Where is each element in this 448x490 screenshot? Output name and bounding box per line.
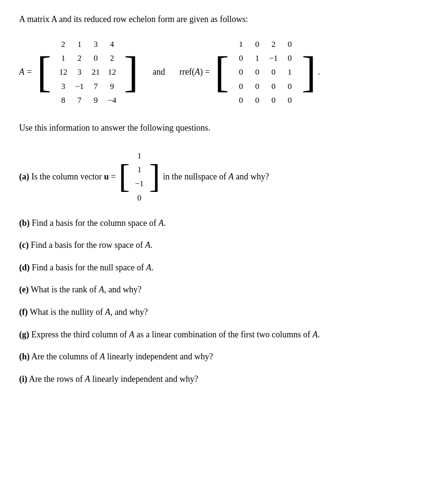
matrix-rref-cell: 1 [233, 38, 249, 51]
matrix-a-cell: 2 [71, 52, 87, 65]
question-d: (d) Find a basis for the null space of A… [19, 260, 429, 275]
matrix-rref-cell: 0 [265, 80, 282, 93]
matrix-rref-cell: 0 [233, 52, 249, 65]
matrix-rref-grid: 102001−10000100000000 [229, 36, 302, 109]
matrix-u-wrapper: [ 11−10 ] [119, 147, 160, 206]
use-info-text: Use this information to answer the follo… [19, 123, 429, 133]
question-e: (e) What is the rank of A, and why? [19, 282, 429, 297]
question-h: (h) Are the columns of A linearly indepe… [19, 349, 429, 364]
matrix-rref-cell: −1 [265, 52, 282, 65]
intro-text: A matrix A and its reduced row echelon f… [19, 14, 429, 24]
matrix-rref-cell: 2 [265, 38, 282, 51]
matrix-a-cell: 12 [55, 66, 71, 78]
bracket-left-u: [ [119, 160, 130, 193]
matrix-a-cell: −1 [71, 80, 87, 93]
matrix-a-cell: 7 [87, 80, 104, 93]
bracket-left-rref: [ [215, 51, 229, 94]
matrix-rref-wrapper: [ 102001−10000100000000 ] [215, 36, 316, 109]
matrix-a-cell: −4 [104, 94, 120, 107]
matrix-rref-cell: 1 [282, 66, 298, 78]
and-word: and [153, 67, 165, 77]
bracket-right-rref: ] [302, 51, 316, 94]
bracket-right-a: ] [124, 51, 138, 94]
matrix-a-cell: 9 [87, 94, 104, 107]
matrix-a-cell: 2 [104, 52, 120, 65]
question-b: (b) Find a basis for the column space of… [19, 216, 429, 231]
matrix-rref-cell: 0 [249, 80, 265, 93]
matrix-a-cell: 8 [55, 94, 71, 107]
matrix-a-grid: 2134120212321123−179879−4 [51, 36, 124, 109]
matrix-rref-cell: 0 [282, 94, 298, 107]
period-rref: . [318, 67, 320, 77]
question-a: (a) Is the column vector u = [ 11−10 ] i… [19, 147, 429, 206]
matrix-a-cell: 0 [87, 52, 104, 65]
matrix-rref-cell: 0 [233, 66, 249, 78]
bracket-right-u: ] [149, 160, 160, 193]
matrix-a-wrapper: [ 2134120212321123−179879−4 ] [37, 36, 138, 109]
bracket-left-a: [ [37, 51, 51, 94]
matrix-u-cell: −1 [133, 177, 145, 190]
matrix-rref-cell: 0 [265, 66, 282, 78]
matrix-a-cell: 1 [71, 38, 87, 51]
matrix-a-cell: 3 [71, 66, 87, 78]
matrix-u-grid: 11−10 [130, 147, 149, 206]
question-c: (c) Find a basis for the row space of A. [19, 238, 429, 253]
matrix-rref-cell: 0 [233, 94, 249, 107]
matrix-rref-cell: 0 [249, 38, 265, 51]
matrix-rref-cell: 0 [249, 94, 265, 107]
matrix-rref-cell: 0 [282, 80, 298, 93]
matrix-rref-cell: 0 [282, 52, 298, 65]
matrices-row: A = [ 2134120212321123−179879−4 ] and rr… [19, 36, 429, 109]
matrix-rref-cell: 0 [265, 94, 282, 107]
matrix-u-cell: 1 [133, 149, 145, 162]
question-a-before: (a) Is the column vector u = [19, 169, 116, 184]
matrix-a-label: A = [19, 67, 32, 77]
rref-wrapper: rref(A) = [ 102001−10000100000000 ] . [179, 36, 320, 109]
rref-label: rref(A) = [179, 67, 210, 77]
question-g: (g) Express the third column of A as a l… [19, 327, 429, 342]
matrix-rref-cell: 0 [233, 80, 249, 93]
matrix-a-cell: 9 [104, 80, 120, 93]
matrix-u-cell: 1 [133, 163, 145, 176]
matrix-a-cell: 12 [104, 66, 120, 78]
matrix-a-cell: 3 [55, 80, 71, 93]
question-f: (f) What is the nullity of A, and why? [19, 305, 429, 320]
matrix-a-cell: 7 [71, 94, 87, 107]
matrix-a-cell: 1 [55, 52, 71, 65]
matrix-rref-cell: 0 [282, 38, 298, 51]
question-a-after: in the nullspace of A and why? [163, 169, 269, 184]
matrix-a-cell: 4 [104, 38, 120, 51]
matrix-rref-cell: 1 [249, 52, 265, 65]
matrix-a-cell: 3 [87, 38, 104, 51]
matrix-u-cell: 0 [133, 191, 145, 204]
matrix-a-cell: 2 [55, 38, 71, 51]
matrix-a-cell: 21 [87, 66, 104, 78]
matrix-rref-cell: 0 [249, 66, 265, 78]
question-i: (i) Are the rows of A linearly independe… [19, 372, 429, 387]
